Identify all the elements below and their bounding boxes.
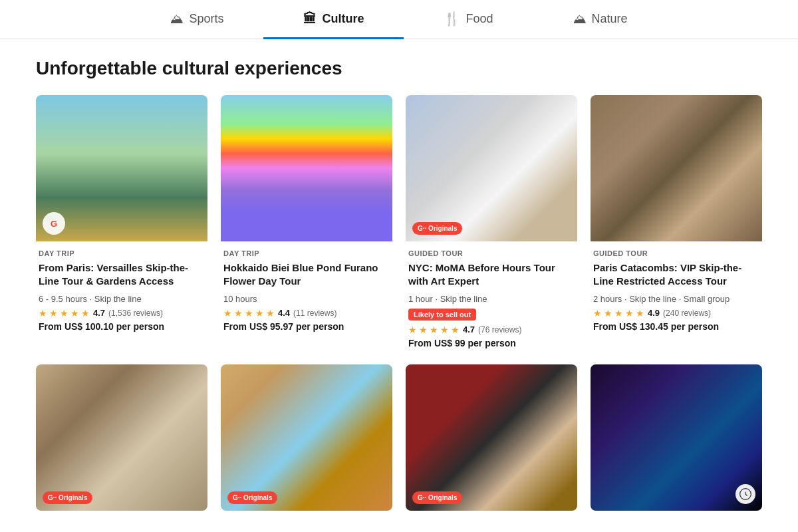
page-content: Unforgettable cultural experiences G DAY… bbox=[0, 39, 798, 529]
stars-moma: ★ ★ ★ ★ ★ 4.7 (76 reviews) bbox=[408, 325, 575, 335]
card-info-versailles: DAY TRIP From Paris: Versailles Skip-the… bbox=[36, 241, 207, 334]
card-type-moma: GUIDED TOUR bbox=[408, 249, 575, 257]
price-catacombs: From US$ 130.45 per person bbox=[593, 321, 759, 332]
reviews-versailles: (1,536 reviews) bbox=[108, 309, 163, 318]
tab-nature[interactable]: ⛰ Nature bbox=[533, 0, 668, 39]
originals-badge-gaudi: G·· Originals bbox=[227, 491, 277, 504]
reviews-hokkaido: (11 reviews) bbox=[293, 309, 336, 318]
card-image-moma: G·· Originals bbox=[406, 95, 577, 241]
card-meta-hokkaido: 10 hours bbox=[223, 294, 390, 304]
card-info-moma: GUIDED TOUR NYC: MoMA Before Hours Tour … bbox=[406, 241, 577, 351]
card-meta-versailles: 6 - 9.5 hours · Skip the line bbox=[39, 294, 205, 304]
food-icon: 🍴 bbox=[444, 11, 460, 27]
rating-moma: 4.7 bbox=[463, 325, 475, 334]
card-info-catacombs: GUIDED TOUR Paris Catacombs: VIP Skip-th… bbox=[591, 241, 762, 334]
tab-nature-label: Nature bbox=[592, 12, 628, 26]
stars-versailles: ★ ★ ★ ★ ★ 4.7 (1,536 reviews) bbox=[39, 308, 205, 319]
card-title-moma: NYC: MoMA Before Hours Tour with Art Exp… bbox=[408, 261, 575, 289]
card-meta-moma: 1 hour · Skip the line bbox=[408, 294, 575, 304]
rating-hokkaido: 4.4 bbox=[278, 308, 290, 318]
card-image-palace: G·· Originals bbox=[36, 364, 207, 511]
card-versailles[interactable]: G DAY TRIP From Paris: Versailles Skip-t… bbox=[36, 95, 207, 351]
tab-food[interactable]: 🍴 Food bbox=[404, 0, 533, 39]
tab-sports-label: Sports bbox=[189, 12, 223, 26]
card-gaudi[interactable]: G·· Originals bbox=[221, 364, 392, 511]
sports-icon: ⛰ bbox=[170, 11, 184, 27]
price-moma: From US$ 99 per person bbox=[408, 338, 575, 348]
circle-badge-bar bbox=[735, 484, 755, 504]
category-nav: ⛰ Sports 🏛 Culture 🍴 Food ⛰ Nature bbox=[0, 0, 798, 39]
tab-sports[interactable]: ⛰ Sports bbox=[130, 0, 263, 39]
card-meta-catacombs: 2 hours · Skip the line · Small group bbox=[593, 294, 759, 304]
card-image-catacombs bbox=[591, 95, 762, 241]
reviews-catacombs: (240 reviews) bbox=[663, 309, 711, 318]
card-image-museum-tour: G·· Originals bbox=[406, 364, 577, 511]
card-title-hokkaido: Hokkaido Biei Blue Pond Furano Flower Da… bbox=[223, 261, 390, 289]
g-badge-versailles: G bbox=[43, 212, 65, 235]
card-image-gaudi: G·· Originals bbox=[221, 364, 392, 511]
card-image-versailles: G bbox=[36, 95, 207, 241]
page-title: Unforgettable cultural experiences bbox=[36, 58, 762, 79]
stars-catacombs: ★ ★ ★ ★ ★ 4.9 (240 reviews) bbox=[593, 308, 759, 319]
card-catacombs[interactable]: GUIDED TOUR Paris Catacombs: VIP Skip-th… bbox=[591, 95, 762, 351]
card-image-bar bbox=[591, 364, 762, 511]
price-versailles: From US$ 100.10 per person bbox=[39, 321, 205, 332]
tab-culture[interactable]: 🏛 Culture bbox=[263, 0, 404, 39]
card-type-catacombs: GUIDED TOUR bbox=[593, 249, 759, 257]
nature-icon: ⛰ bbox=[573, 11, 587, 27]
card-bar[interactable] bbox=[591, 364, 762, 511]
card-moma[interactable]: G·· Originals GUIDED TOUR NYC: MoMA Befo… bbox=[406, 95, 577, 351]
price-hokkaido: From US$ 95.97 per person bbox=[223, 321, 390, 332]
card-museum-tour[interactable]: G·· Originals bbox=[406, 364, 577, 511]
tab-food-label: Food bbox=[466, 12, 493, 26]
card-title-catacombs: Paris Catacombs: VIP Skip-the-Line Restr… bbox=[593, 261, 759, 289]
reviews-moma: (76 reviews) bbox=[478, 325, 521, 334]
card-palace[interactable]: G·· Originals bbox=[36, 364, 207, 511]
card-type-hokkaido: DAY TRIP bbox=[223, 249, 390, 257]
rating-versailles: 4.7 bbox=[93, 308, 105, 318]
card-image-hokkaido bbox=[221, 95, 392, 241]
stars-hokkaido: ★ ★ ★ ★ ★ 4.4 (11 reviews) bbox=[223, 308, 390, 319]
card-title-versailles: From Paris: Versailles Skip-the-Line Tou… bbox=[39, 261, 205, 289]
sell-out-badge-moma: Likely to sell out bbox=[408, 308, 575, 325]
tab-culture-label: Culture bbox=[322, 12, 364, 26]
originals-badge-palace: G·· Originals bbox=[43, 491, 92, 504]
card-hokkaido[interactable]: DAY TRIP Hokkaido Biei Blue Pond Furano … bbox=[221, 95, 392, 351]
originals-badge-museum-tour: G·· Originals bbox=[412, 491, 462, 504]
card-grid: G DAY TRIP From Paris: Versailles Skip-t… bbox=[36, 95, 762, 511]
rating-catacombs: 4.9 bbox=[648, 308, 660, 318]
culture-icon: 🏛 bbox=[303, 11, 317, 27]
card-type-versailles: DAY TRIP bbox=[39, 249, 205, 257]
card-info-hokkaido: DAY TRIP Hokkaido Biei Blue Pond Furano … bbox=[221, 241, 392, 334]
originals-badge-moma: G·· Originals bbox=[412, 222, 462, 235]
